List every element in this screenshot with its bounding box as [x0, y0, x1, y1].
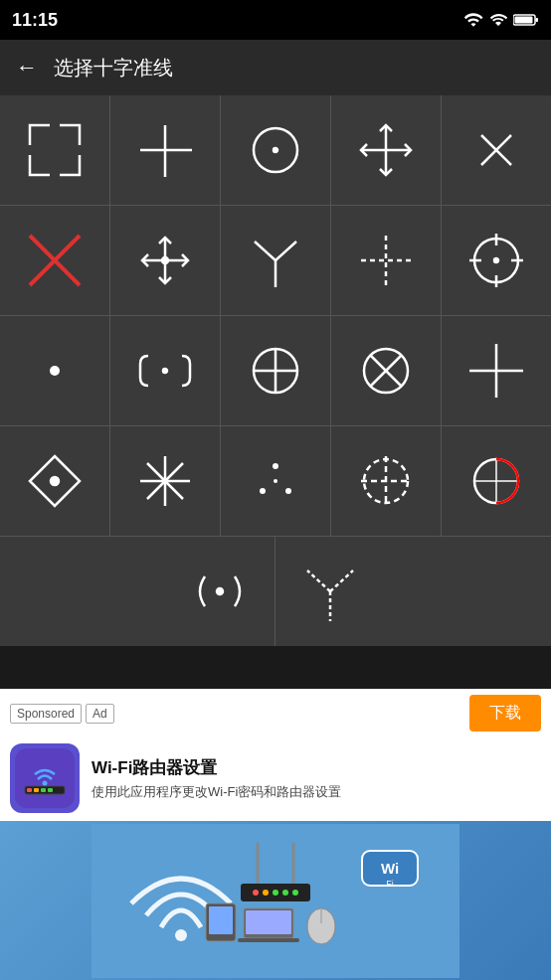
ad-section: Sponsored Ad 下载 Wi-Fi路由器设置 使用此应用 [0, 689, 551, 980]
svg-point-26 [494, 258, 498, 262]
wifi-icon [463, 10, 483, 30]
ad-banner[interactable]: Wi Fi [0, 821, 551, 980]
ad-top-bar: Sponsored Ad 下载 [0, 689, 551, 737]
crosshair-arrow-cross[interactable] [331, 95, 442, 205]
svg-point-73 [292, 890, 298, 896]
battery-icon [513, 11, 539, 29]
ad-text: Wi-Fi路由器设置 使用此应用程序更改Wi-Fi密码和路由器设置 [92, 756, 541, 801]
crosshair-dot-center[interactable] [0, 316, 110, 425]
svg-rect-78 [209, 906, 233, 934]
svg-point-15 [162, 257, 168, 263]
crosshair-bracket-sides[interactable] [110, 316, 221, 425]
crosshair-plus-simple[interactable] [110, 95, 221, 205]
svg-point-53 [217, 588, 223, 594]
svg-line-18 [276, 242, 296, 260]
crosshair-dots-spread[interactable] [221, 426, 331, 536]
svg-point-70 [263, 890, 269, 896]
crosshair-asterisk[interactable] [110, 426, 221, 536]
crosshair-y-shape[interactable] [221, 206, 331, 315]
ad-app-title: Wi-Fi路由器设置 [92, 756, 541, 779]
ad-app-icon [10, 743, 80, 813]
svg-rect-2 [536, 18, 539, 22]
crosshair-circle-dot[interactable] [221, 95, 331, 205]
crosshair-row-4 [0, 426, 551, 537]
ad-labels: Sponsored Ad [10, 704, 114, 724]
crosshair-row-1 [0, 95, 551, 206]
crosshair-circle-plus-dashed[interactable] [331, 426, 442, 536]
crosshair-grid [0, 95, 551, 646]
svg-line-55 [307, 571, 330, 591]
sponsored-label: Sponsored [10, 704, 82, 724]
ad-app-subtitle: 使用此应用程序更改Wi-Fi密码和路由器设置 [92, 783, 541, 801]
crosshair-circle-crosshair[interactable] [442, 206, 551, 315]
signal-icon [489, 10, 507, 30]
svg-point-38 [51, 477, 59, 485]
download-button[interactable]: 下载 [469, 695, 541, 732]
crosshair-diamond-dot[interactable] [0, 426, 110, 536]
crosshair-circle-x[interactable] [331, 316, 442, 425]
ad-label: Ad [86, 704, 114, 724]
crosshair-t-dashed[interactable] [331, 206, 442, 315]
crosshair-circle-cross-filled[interactable] [221, 316, 331, 425]
svg-point-45 [285, 488, 291, 494]
ad-content: Wi-Fi路由器设置 使用此应用程序更改Wi-Fi密码和路由器设置 [0, 737, 551, 821]
status-icons [463, 10, 539, 30]
svg-rect-80 [246, 910, 291, 934]
status-bar: 11:15 [0, 0, 551, 40]
crosshair-parenthesis-dot[interactable] [165, 537, 276, 646]
svg-line-56 [330, 571, 353, 591]
svg-text:Wi: Wi [381, 860, 399, 877]
svg-rect-57 [15, 748, 75, 808]
svg-point-63 [43, 781, 48, 786]
svg-rect-1 [515, 17, 533, 24]
svg-rect-81 [238, 938, 299, 942]
svg-point-27 [50, 366, 60, 376]
svg-point-43 [273, 463, 278, 469]
svg-point-71 [273, 890, 278, 896]
svg-rect-59 [27, 788, 32, 792]
svg-point-44 [260, 488, 266, 494]
status-time: 11:15 [12, 10, 58, 31]
crosshair-row-3 [0, 316, 551, 426]
svg-point-46 [274, 479, 277, 483]
svg-point-72 [282, 890, 288, 896]
crosshair-diamond-arrows[interactable] [110, 206, 221, 315]
svg-rect-62 [48, 788, 53, 792]
svg-line-17 [255, 242, 276, 260]
svg-point-28 [163, 369, 167, 373]
crosshair-row-2 [0, 206, 551, 316]
ad-banner-illustration: Wi Fi [92, 824, 459, 978]
svg-rect-61 [41, 788, 46, 792]
crosshair-x-small[interactable] [442, 95, 551, 205]
svg-text:Fi: Fi [386, 879, 394, 889]
back-button[interactable]: ← [16, 55, 38, 81]
svg-point-69 [253, 890, 259, 896]
top-bar: ← 选择十字准线 [0, 40, 551, 95]
crosshair-y-dotted[interactable] [276, 537, 386, 646]
page-title: 选择十字准线 [54, 55, 173, 82]
crosshair-bracket-corner[interactable] [0, 95, 110, 205]
crosshair-x-red[interactable] [0, 206, 110, 315]
crosshair-circle-sniper[interactable] [442, 426, 551, 536]
svg-rect-60 [34, 788, 39, 792]
crosshair-row-5 [0, 537, 551, 646]
router-icon [15, 748, 75, 808]
crosshair-plus-large[interactable] [442, 316, 551, 425]
svg-point-6 [274, 148, 277, 152]
svg-point-65 [175, 929, 187, 941]
